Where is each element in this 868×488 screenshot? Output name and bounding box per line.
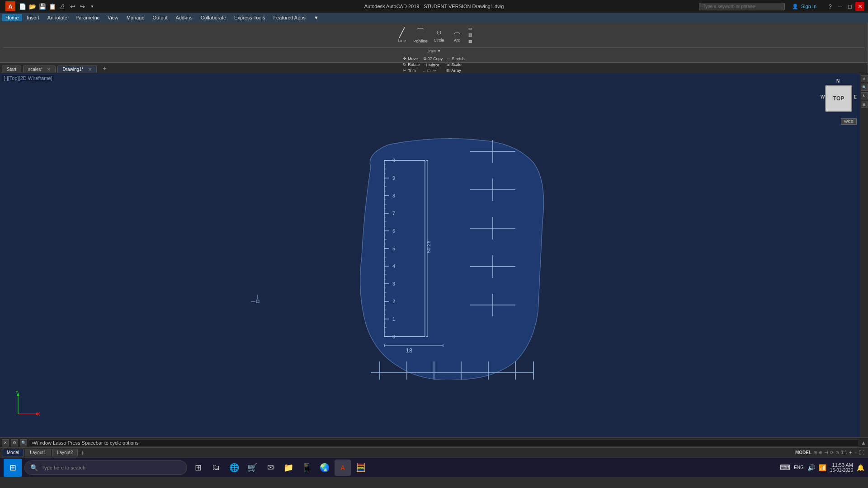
save-button[interactable]: 💾 (38, 2, 47, 11)
arc-button[interactable]: ⌓ Arc (449, 26, 465, 44)
saveas-button[interactable]: 📋 (48, 2, 57, 11)
taskbar-mail-button[interactable]: ✉ (262, 460, 278, 476)
taskbar-folder-button[interactable]: 📁 (280, 460, 297, 476)
taskbar-keyboard-icon[interactable]: ⌨ (780, 463, 790, 472)
status-close-button[interactable]: ✕ (2, 439, 9, 446)
menu-addins[interactable]: Add-ins (172, 14, 196, 21)
taskbar-autocad-button[interactable]: A (335, 460, 351, 476)
fullscreen-button[interactable]: ⛶ (859, 450, 864, 456)
signin-link[interactable]: Sign In (801, 4, 816, 9)
add-tab-button[interactable]: + (99, 64, 110, 73)
taskbar-whatsapp-button[interactable]: 📱 (298, 460, 315, 476)
status-bar: ✕ ⚙ 🔍 •Window Lasso Press Spacebar to cy… (0, 437, 868, 447)
copy-button[interactable]: ⧉ 07 Copy (422, 56, 444, 62)
taskbar-clock: 11:53 AM 15-01-2020 (830, 462, 853, 473)
start-button[interactable]: ⊞ (4, 459, 22, 477)
layout2-tab[interactable]: Layout2 (52, 449, 78, 456)
layout-tabs: Model Layout1 Layout2 + MODEL ⊞ ⊕ ⊣ ⟳ ⊙ … (0, 447, 868, 457)
search-icon: 🔍 (30, 464, 38, 471)
ortho-toggle[interactable]: ⊣ (824, 450, 828, 455)
osnap-toggle[interactable]: ⊙ (835, 450, 839, 455)
move-button[interactable]: ✛ Move (401, 56, 421, 61)
rt-orbit-button[interactable]: ↻ (861, 92, 868, 99)
close-scales-icon[interactable]: ✕ (47, 67, 51, 72)
help-button[interactable]: ? (826, 2, 835, 11)
mirror-button[interactable]: ⊣ Mirror (422, 62, 444, 68)
taskbar-wifi-icon[interactable]: 📶 (819, 464, 826, 471)
viewcube[interactable]: N S E W TOP (821, 79, 857, 124)
zoom-out-button[interactable]: − (854, 450, 857, 456)
right-toolbar: ⊕ 🔍 ↻ ⊞ (860, 73, 868, 437)
trim-button[interactable]: ✂ Trim (401, 68, 421, 73)
status-search-button[interactable]: 🔍 (20, 439, 27, 446)
menu-output[interactable]: Output (149, 14, 171, 21)
polar-toggle[interactable]: ⟳ (830, 450, 834, 455)
menu-more[interactable]: ▼ (310, 14, 322, 21)
qat-dropdown[interactable]: ▼ (88, 2, 97, 11)
menu-parametric[interactable]: Parametric (72, 14, 103, 21)
circle-button[interactable]: ○ Circle (431, 26, 447, 44)
menu-home[interactable]: Home (2, 14, 22, 21)
ribbon-group-draw: ╱ Line ⌒ Polyline ○ Circle ⌓ Arc ▭ ▥ ▦ D… (0, 23, 868, 54)
menu-collaborate[interactable]: Collaborate (197, 14, 230, 21)
rotate-button[interactable]: ↻ Rotate (401, 62, 421, 67)
taskbar-chrome-button[interactable]: 🌏 (316, 460, 333, 476)
array-button[interactable]: ⊞ Array (445, 68, 466, 73)
menu-annotate[interactable]: Annotate (44, 14, 71, 21)
menu-expresstools[interactable]: Express Tools (231, 14, 269, 21)
polyline-button[interactable]: ⌒ Polyline (412, 25, 429, 45)
command-text: •Window Lasso Press Spacebar to cycle op… (29, 439, 859, 446)
add-layout-button[interactable]: + (79, 449, 86, 456)
status-settings-button[interactable]: ⚙ (11, 439, 18, 446)
minimize-button[interactable]: ─ (835, 2, 844, 11)
new-button[interactable]: 📄 (18, 2, 27, 11)
maximize-button[interactable]: □ (845, 2, 854, 11)
rt-extents-button[interactable]: ⊞ (861, 101, 868, 108)
svg-text:Y: Y (15, 391, 19, 395)
zoom-in-button[interactable]: + (849, 450, 852, 456)
cube-top-face[interactable]: TOP (825, 85, 852, 112)
status-expand-button[interactable]: ▲ (861, 440, 866, 446)
keyword-search[interactable] (699, 3, 785, 10)
taskbar-search[interactable]: 🔍 Type here to search (24, 460, 187, 475)
model-tab[interactable]: Model (2, 449, 24, 456)
svg-text:8: 8 (392, 193, 395, 198)
tab-scales[interactable]: scales* ✕ (23, 66, 56, 73)
taskbar-volume-icon[interactable]: 🔊 (807, 464, 815, 471)
grid-toggle[interactable]: ⊞ (813, 450, 817, 455)
tab-drawing1[interactable]: Drawing1* ✕ (57, 66, 96, 73)
circle-icon: ○ (436, 27, 442, 38)
view-label: [-][Top][2D Wireframe] (2, 75, 54, 81)
taskbar-apps-button[interactable]: ⊞ (190, 460, 206, 476)
rectangle-button[interactable]: ▭ (467, 26, 474, 31)
svg-text:0: 0 (392, 158, 395, 163)
stretch-button[interactable]: ↔ Stretch (445, 56, 466, 61)
redo-button[interactable]: ↪ (78, 2, 87, 11)
taskbar: ⊞ 🔍 Type here to search ⊞ 🗂 🌐 🛒 ✉ 📁 📱 🌏 … (0, 457, 868, 477)
line-button[interactable]: ╱ Line (394, 26, 410, 44)
undo-button[interactable]: ↩ (68, 2, 77, 11)
taskbar-store-button[interactable]: 🛒 (244, 460, 260, 476)
menu-insert[interactable]: Insert (23, 14, 43, 21)
gradient-button[interactable]: ▦ (467, 38, 474, 44)
menu-featuredapps[interactable]: Featured Apps (269, 14, 309, 21)
snap-toggle[interactable]: ⊕ (819, 450, 822, 455)
menu-view[interactable]: View (104, 14, 122, 21)
open-button[interactable]: 📂 (28, 2, 37, 11)
print-button[interactable]: 🖨 (58, 2, 67, 11)
close-button[interactable]: ✕ (855, 2, 864, 11)
taskbar-notification-button[interactable]: 🔔 (857, 464, 864, 471)
zoom-label: 1:1 (841, 450, 847, 455)
wcs-label[interactable]: WCS (841, 118, 857, 125)
rt-zoom-button[interactable]: 🔍 (861, 84, 868, 91)
tab-start[interactable]: Start (2, 66, 21, 73)
layout1-tab[interactable]: Layout1 (25, 449, 51, 456)
hatch-button[interactable]: ▥ (467, 32, 474, 38)
taskbar-files-button[interactable]: 🗂 (208, 460, 224, 476)
scale-button[interactable]: ⇲ Scale (445, 62, 466, 67)
taskbar-calc-button[interactable]: 🧮 (353, 460, 369, 476)
taskbar-edge-button[interactable]: 🌐 (226, 460, 242, 476)
rt-pan-button[interactable]: ⊕ (861, 75, 868, 82)
menu-manage[interactable]: Manage (123, 14, 148, 21)
close-drawing1-icon[interactable]: ✕ (88, 67, 92, 72)
